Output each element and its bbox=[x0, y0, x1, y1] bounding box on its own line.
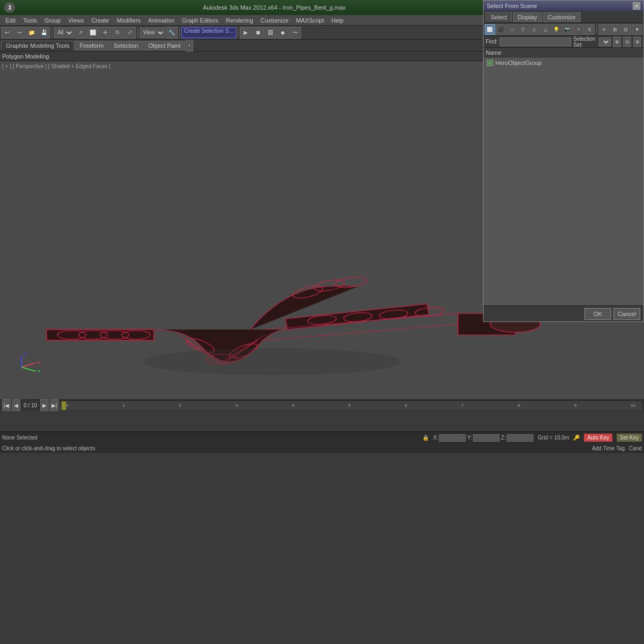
menu-create[interactable]: Create bbox=[88, 16, 112, 25]
selection-set-dropdown[interactable] bbox=[599, 38, 611, 46]
tab-selection[interactable]: Selection bbox=[109, 41, 143, 50]
key-icon[interactable]: 🔑 bbox=[573, 435, 580, 441]
curve-btn[interactable]: 〜 bbox=[289, 27, 301, 39]
svg-line-14 bbox=[372, 276, 429, 399]
toolbar-sep-1 bbox=[52, 28, 52, 38]
set-key-button[interactable]: Set Key bbox=[617, 434, 642, 442]
menu-modifiers[interactable]: Modifiers bbox=[113, 16, 144, 25]
play-btn[interactable]: ▶ bbox=[240, 27, 252, 39]
cancel-button[interactable]: Cancel bbox=[613, 308, 640, 320]
timeline-cursor[interactable] bbox=[62, 401, 66, 410]
dialog-object-list[interactable]: G HeroObjectGroup bbox=[484, 57, 643, 305]
dialog-tab-customize[interactable]: Customize bbox=[543, 12, 581, 22]
timeline-mark-9: 9 bbox=[574, 403, 576, 408]
hint-bar: Click or click-and-drag to select object… bbox=[0, 443, 644, 453]
undo-button[interactable]: ↩ bbox=[1, 27, 13, 39]
select-btn[interactable]: ↗ bbox=[75, 27, 86, 39]
view-dropdown[interactable]: View bbox=[140, 27, 165, 38]
dialog-icon-filter2[interactable]: ▼ bbox=[632, 24, 642, 35]
timeline-mark-6: 6 bbox=[405, 403, 407, 408]
timeline-mark-8: 8 bbox=[518, 403, 520, 408]
dialog-icon-filter[interactable]: ▽ bbox=[518, 24, 529, 35]
dialog-icon-options2[interactable]: ⊞ bbox=[610, 24, 620, 35]
list-item-hero-object-group[interactable]: G HeroObjectGroup bbox=[485, 58, 642, 67]
timeline-mark-1: 1 bbox=[122, 403, 125, 408]
dialog-tab-select[interactable]: Select bbox=[486, 12, 512, 22]
dialog-icon-space[interactable]: S bbox=[584, 24, 595, 35]
material-btn[interactable]: ◆ bbox=[277, 27, 289, 39]
prev-key-btn[interactable]: ◀ bbox=[12, 399, 20, 411]
select-region-btn[interactable]: ⬜ bbox=[87, 27, 99, 39]
dialog-icon-options1[interactable]: ≡ bbox=[598, 24, 609, 35]
hint-text: Click or click-and-drag to select object… bbox=[2, 445, 95, 451]
tab-graphite-modeling[interactable]: Graphite Modeling Tools bbox=[1, 41, 74, 50]
menu-animation[interactable]: Animation bbox=[145, 16, 178, 25]
total-frames: 10 bbox=[31, 402, 37, 408]
transform-inputs: X: Y: Z: bbox=[433, 434, 533, 442]
dialog-icon-select-all[interactable]: ⬜ bbox=[485, 24, 495, 35]
dialog-titlebar: Select From Scene ✕ bbox=[484, 1, 643, 11]
next-frame-btn[interactable]: ▶| bbox=[50, 399, 58, 411]
next-key-btn[interactable]: ▶ bbox=[40, 399, 49, 411]
current-frame: 0 bbox=[24, 402, 27, 408]
find-label: Find: bbox=[486, 39, 497, 45]
save-file-button[interactable]: 💾 bbox=[38, 27, 50, 39]
rotate-btn[interactable]: ↻ bbox=[112, 27, 123, 39]
timeline-ruler[interactable]: 0 1 2 3 4 5 6 7 8 9 10 bbox=[60, 400, 642, 410]
stop-btn[interactable]: ⏹ bbox=[252, 27, 264, 39]
timeline-controls: |◀ ◀ 0 / 10 ▶ ▶| 0 1 2 3 4 5 6 7 8 bbox=[0, 400, 644, 411]
auto-key-button[interactable]: Auto Key bbox=[584, 434, 612, 442]
menu-tools[interactable]: Tools bbox=[20, 16, 40, 25]
open-file-button[interactable]: 📁 bbox=[26, 27, 38, 39]
dialog-icon-lights[interactable]: 💡 bbox=[551, 24, 562, 35]
dialog-icon-shapes[interactable]: △ bbox=[540, 24, 551, 35]
dialog-icon-toolbar: ⬜ ⬛ □ ▽ ◇ △ 💡 📷 + S ≡ ⊞ ⊟ ▼ bbox=[484, 23, 643, 36]
find-input[interactable] bbox=[500, 38, 571, 46]
render-btn[interactable]: 🖼 bbox=[265, 27, 276, 39]
dialog-icon-cameras[interactable]: 📷 bbox=[562, 24, 573, 35]
snap-btn[interactable]: 🔧 bbox=[166, 27, 178, 39]
redo-button[interactable]: ↪ bbox=[13, 27, 25, 39]
dialog-icon-options3[interactable]: ⊟ bbox=[621, 24, 632, 35]
dialog-icon-helpers[interactable]: + bbox=[573, 24, 584, 35]
tab-freeform[interactable]: Freeform bbox=[75, 41, 108, 50]
dialog-icon-sep bbox=[596, 25, 597, 34]
x-input[interactable] bbox=[439, 434, 466, 442]
y-input[interactable] bbox=[473, 434, 500, 442]
graphite-pin-btn[interactable]: • bbox=[186, 40, 193, 52]
dialog-icon-invert[interactable]: ⬛ bbox=[496, 24, 507, 35]
dialog-find-option3[interactable]: ⊗ bbox=[633, 36, 641, 47]
viewport-label: [ + ] [ Perspective ] [ Shaded + Edged F… bbox=[2, 63, 111, 69]
dialog-find-option2[interactable]: ⊖ bbox=[623, 36, 631, 47]
selection-set-input[interactable]: Create Selection S... bbox=[181, 27, 236, 38]
menu-rendering[interactable]: Rendering bbox=[223, 16, 257, 25]
dialog-find-option1[interactable]: ⊕ bbox=[613, 36, 621, 47]
dialog-tab-display[interactable]: Display bbox=[513, 12, 542, 22]
menu-customize[interactable]: Customize bbox=[258, 16, 292, 25]
timeline-mark-0: 0 bbox=[66, 403, 68, 408]
menu-group[interactable]: Group bbox=[41, 16, 64, 25]
move-btn[interactable]: ✛ bbox=[99, 27, 111, 39]
prev-frame-btn[interactable]: |◀ bbox=[2, 399, 11, 411]
dialog-content-wrapper: G HeroObjectGroup bbox=[484, 57, 643, 305]
list-item-label: HeroObjectGroup bbox=[495, 60, 541, 66]
menu-edit[interactable]: Edit bbox=[2, 16, 19, 25]
menu-help[interactable]: Help bbox=[328, 16, 347, 25]
menu-maxscript[interactable]: MAXScript bbox=[293, 16, 327, 25]
z-input[interactable] bbox=[507, 434, 533, 442]
lock-icon[interactable]: 🔒 bbox=[422, 435, 429, 441]
filter-dropdown[interactable]: All bbox=[54, 27, 74, 38]
dialog-icon-none[interactable]: □ bbox=[507, 24, 517, 35]
status-bar: None Selected 🔒 X: Y: Z: Grid = 10,0m 🔑 … bbox=[0, 431, 644, 443]
toolbar-sep-3 bbox=[179, 28, 180, 38]
svg-point-41 bbox=[143, 348, 401, 375]
svg-point-40 bbox=[334, 275, 367, 289]
menu-graph-editors[interactable]: Graph Editors bbox=[179, 16, 222, 25]
ok-button[interactable]: OK bbox=[584, 308, 611, 320]
dialog-close-button[interactable]: ✕ bbox=[633, 2, 640, 10]
menu-views[interactable]: Views bbox=[65, 16, 87, 25]
dialog-icon-geo[interactable]: ◇ bbox=[529, 24, 540, 35]
tab-object-paint[interactable]: Object Paint bbox=[143, 41, 185, 50]
scale-btn[interactable]: ⤢ bbox=[124, 27, 136, 39]
dialog-list-header: Name bbox=[484, 48, 643, 57]
